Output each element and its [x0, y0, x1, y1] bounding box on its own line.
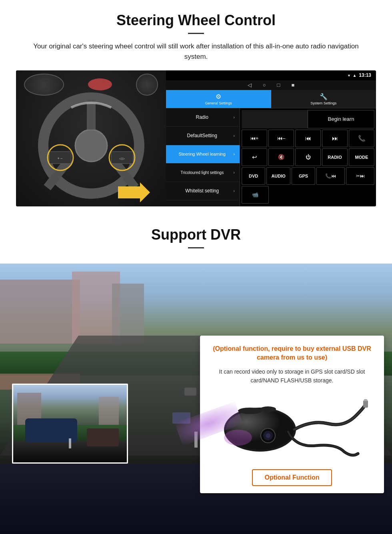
- svg-text:◁  ▷: ◁ ▷: [119, 157, 125, 160]
- dvr-camera-svg: [216, 396, 368, 460]
- status-time: 13:13: [359, 72, 371, 78]
- ctrl-row-2: ↩ 🔇 ⏻ RADIO MODE: [242, 148, 374, 166]
- dvr-title-area: Support DVR: [0, 226, 392, 264]
- optional-function-button[interactable]: Optional Function: [252, 469, 332, 486]
- dvr-section: Support DVR: [0, 214, 392, 534]
- begin-learn-row: Begin learn: [242, 110, 374, 128]
- mute-button[interactable]: 🔇: [268, 148, 294, 166]
- tab-general-settings[interactable]: ⚙ General Settings: [166, 90, 271, 108]
- gear-icon: ⚙: [216, 93, 221, 100]
- steering-demo-area: + – ◁ ▷ ▾: [16, 70, 376, 206]
- dvr-optional-note: (Optional function, require to buy exter…: [209, 344, 375, 362]
- phone-button[interactable]: 📞: [349, 130, 374, 147]
- building-center: [112, 284, 144, 344]
- menu-nav-btn[interactable]: ■: [291, 82, 294, 88]
- dvr-inset-photo: [12, 384, 128, 464]
- inset-building-2: [99, 397, 119, 425]
- dvd-button[interactable]: DVD: [242, 167, 265, 185]
- menu-item-steering-wheel[interactable]: Steering Wheel learning ›: [166, 145, 240, 164]
- menu-item-radio[interactable]: Radio ›: [166, 108, 240, 127]
- menu-item-whitelist[interactable]: Whitelist setting ›: [166, 182, 240, 200]
- pointing-arrow: [118, 182, 150, 202]
- traffic-car-1: [184, 388, 196, 396]
- tab-system-settings[interactable]: 🔧 System Settings: [271, 90, 376, 108]
- section-description: Your original car's steering wheel contr…: [24, 41, 368, 62]
- chevron-right-icon: ›: [233, 188, 235, 193]
- recents-nav-btn[interactable]: □: [277, 82, 280, 88]
- settings-menu: Radio › DefaultSetting › Steering Wheel …: [166, 108, 240, 206]
- chevron-right-icon: ›: [233, 133, 235, 138]
- dvr-divider: [188, 247, 204, 248]
- svg-text:+  –: + –: [57, 156, 62, 160]
- svg-point-1: [75, 130, 107, 162]
- dvr-rec-button[interactable]: 📹: [242, 186, 269, 204]
- svg-point-21: [224, 430, 252, 446]
- back-button[interactable]: ↩: [242, 148, 267, 166]
- radio-button[interactable]: RADIO: [322, 148, 348, 166]
- dvr-info-card: (Optional function, require to buy exter…: [200, 336, 384, 493]
- ctrl-row-1: ⏮+ ⏮– ⏮ ⏭ 📞: [242, 130, 374, 147]
- next-track-button[interactable]: ⏭: [322, 130, 348, 147]
- svg-point-17: [238, 408, 262, 414]
- svg-point-18: [260, 406, 276, 412]
- chevron-right-icon: ›: [233, 115, 235, 120]
- phone-prev-button[interactable]: 📞⏮: [316, 167, 345, 185]
- menu-item-defaultsetting[interactable]: DefaultSetting ›: [166, 127, 240, 145]
- inset-road-scene: [13, 385, 127, 462]
- android-panel: ▾ ▲ 13:13 ◁ ○ □ ■ ⚙ General Settings 🔧 S…: [166, 70, 376, 206]
- svg-rect-19: [363, 400, 368, 408]
- chevron-right-icon: ›: [233, 170, 235, 175]
- begin-learn-space: [242, 110, 308, 128]
- back-nav-btn[interactable]: ◁: [248, 82, 252, 88]
- inset-road-line: [69, 438, 71, 448]
- title-divider: [188, 33, 204, 34]
- cut-next-button[interactable]: ✂⏭: [346, 167, 374, 185]
- system-icon: 🔧: [320, 93, 328, 100]
- prev-track-button[interactable]: ⏮: [295, 130, 321, 147]
- audio-button[interactable]: AUDIO: [266, 167, 290, 185]
- power-button[interactable]: ⏻: [295, 148, 321, 166]
- menu-item-tricoloured[interactable]: Tricoloured light settings ›: [166, 164, 240, 182]
- settings-body: Radio › DefaultSetting › Steering Wheel …: [166, 108, 376, 206]
- gauge-orange: [88, 78, 112, 90]
- steering-wheel-ring-container: + – ◁ ▷: [28, 92, 154, 198]
- status-bar: ▾ ▲ 13:13: [166, 70, 376, 80]
- ctrl-row-3: DVD AUDIO GPS 📞⏮ ✂⏭: [242, 167, 374, 185]
- gps-button[interactable]: GPS: [292, 167, 315, 185]
- optional-button-container: Optional Function: [209, 469, 375, 486]
- wifi-icon: ▾: [348, 73, 350, 78]
- signal-icon: ▲: [352, 73, 356, 78]
- begin-learn-button[interactable]: Begin learn: [308, 110, 374, 128]
- dvr-camera-illustration: [209, 392, 375, 464]
- steering-wheel-photo: + – ◁ ▷: [16, 70, 166, 206]
- ctrl-row-4: 📹: [242, 186, 374, 204]
- mode-button[interactable]: MODE: [349, 148, 374, 166]
- building-left: [0, 280, 80, 344]
- dvr-description: It can record video only to storage in G…: [209, 367, 375, 385]
- page-title: Steering Wheel Control: [16, 12, 376, 29]
- svg-rect-20: [364, 399, 367, 401]
- vol-up-button[interactable]: ⏮+: [242, 130, 267, 147]
- dvr-background: (Optional function, require to buy exter…: [0, 264, 392, 534]
- svg-marker-11: [118, 182, 150, 202]
- steering-wheel-section: Steering Wheel Control Your original car…: [0, 0, 392, 214]
- svg-point-16: [266, 433, 270, 438]
- nav-bar: ◁ ○ □ ■: [166, 80, 376, 90]
- dvr-title: Support DVR: [16, 226, 376, 243]
- inset-car-2: [87, 428, 119, 446]
- vol-down-button[interactable]: ⏮–: [268, 130, 294, 147]
- controls-panel: Begin learn ⏮+ ⏮– ⏮ ⏭ 📞 ↩ 🔇 ⏻: [240, 108, 376, 206]
- chevron-right-icon: ›: [233, 152, 235, 156]
- home-nav-btn[interactable]: ○: [263, 82, 266, 88]
- settings-tabs: ⚙ General Settings 🔧 System Settings: [166, 90, 376, 108]
